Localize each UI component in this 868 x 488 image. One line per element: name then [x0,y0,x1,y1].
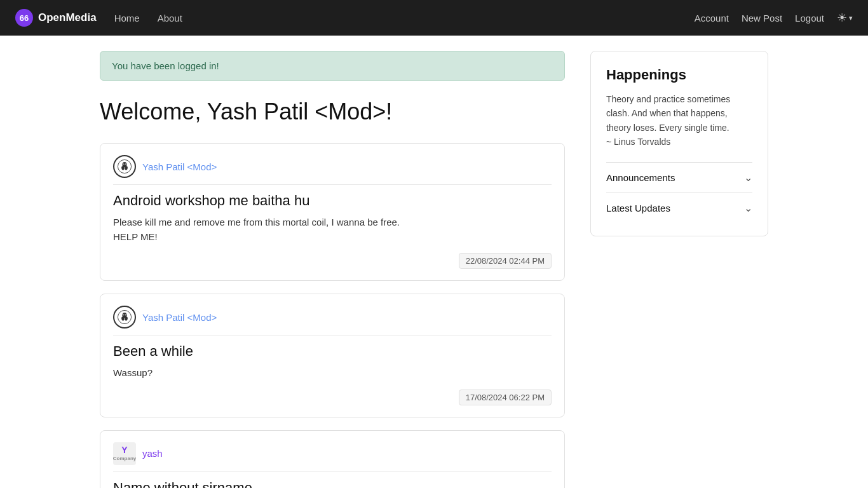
post-author-link[interactable]: yash [142,448,163,459]
chevron-down-icon: ⌄ [744,172,752,184]
sidebar-title: Happenings [606,67,752,83]
post-title: Android workshop me baitha hu [113,193,552,209]
sun-icon: ☀ [837,11,847,25]
main-container: You have been logged in! Welcome, Yash P… [85,36,783,488]
svg-point-7 [125,164,126,165]
alert-message: You have been logged in! [112,60,219,71]
navbar-right: Account New Post Logout ☀ ▾ [695,11,853,25]
post-timestamp: 17/08/2024 06:22 PM [113,390,552,405]
chevron-down-icon: ▾ [849,14,853,22]
post-title: Been a while [113,343,552,360]
logout-link[interactable]: Logout [795,13,824,24]
avatar [113,155,136,178]
brand-link[interactable]: 66 OpenMedia [15,9,97,27]
svg-point-15 [125,315,126,315]
navbar-left: 66 OpenMedia Home About [15,9,182,27]
post-card: Yash Patil <Mod> Been a while Wassup? 17… [100,294,565,417]
post-body: Wassup? [113,366,552,381]
login-alert: You have been logged in! [100,51,565,81]
chevron-down-icon: ⌄ [744,202,752,214]
post-author-row: Yash Patil <Mod> [113,155,552,185]
announcements-label: Announcements [606,172,675,183]
brand-icon: 66 [15,9,33,27]
post-author-link[interactable]: Yash Patil <Mod> [142,312,217,323]
latest-updates-accordion[interactable]: Latest Updates ⌄ [606,193,752,223]
latest-updates-label: Latest Updates [606,203,670,214]
welcome-heading: Welcome, Yash Patil <Mod>! [100,98,565,125]
avatar: Y Company [113,442,136,465]
linux-avatar-icon [118,310,132,324]
sidebar: Happenings Theory and practice sometimes… [590,51,768,488]
post-card: Yash Patil <Mod> Android workshop me bai… [100,143,565,281]
post-author-row: Y Company yash [113,442,552,472]
post-timestamp: 22/08/2024 02:44 PM [113,253,552,269]
company-avatar-icon: Y Company [113,445,136,461]
post-title: Name without sirname [113,480,552,489]
post-card: Y Company yash Name without sirname yash… [100,430,565,489]
navbar: 66 OpenMedia Home About Account New Post… [0,0,868,36]
timestamp-badge: 17/08/2024 06:22 PM [459,390,552,405]
post-body: Please kill me and remove me from this m… [113,215,552,244]
content-area: You have been logged in! Welcome, Yash P… [100,51,565,488]
nav-home-link[interactable]: Home [114,13,140,24]
timestamp-badge: 22/08/2024 02:44 PM [459,253,552,269]
svg-point-14 [123,315,124,315]
linux-avatar-icon [118,159,132,173]
theme-toggle[interactable]: ☀ ▾ [837,11,853,25]
post-author-row: Yash Patil <Mod> [113,306,552,336]
avatar [113,306,136,329]
nav-about-link[interactable]: About [158,13,182,24]
account-link[interactable]: Account [695,13,729,24]
brand-icon-text: 66 [20,13,29,23]
announcements-accordion[interactable]: Announcements ⌄ [606,163,752,193]
brand-name: OpenMedia [38,11,97,24]
new-post-link[interactable]: New Post [742,13,782,24]
svg-point-6 [123,164,124,165]
sidebar-quote: Theory and practice sometimes clash. And… [606,92,752,149]
post-author-link[interactable]: Yash Patil <Mod> [142,161,217,172]
sidebar-card: Happenings Theory and practice sometimes… [590,51,768,236]
